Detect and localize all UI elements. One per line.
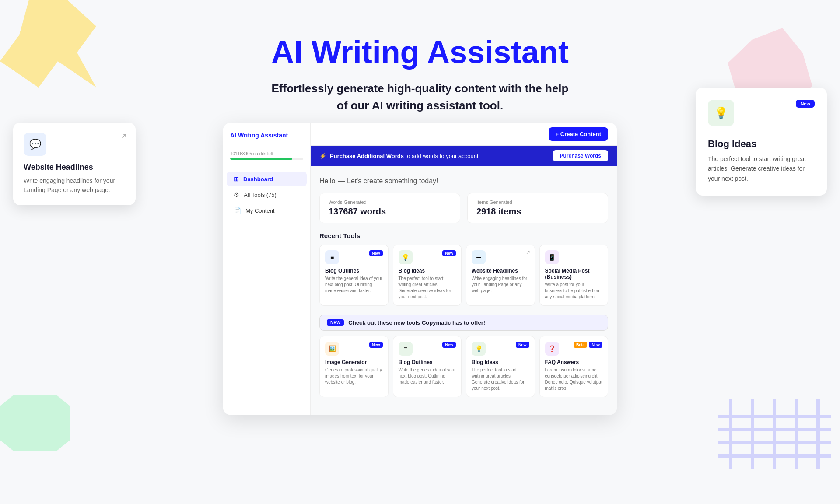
greeting-main: Hello	[319, 177, 335, 185]
stats-row: Words Generated 137687 words Items Gener…	[319, 193, 608, 223]
sidebar: AI Writing Assistant 101163905 credits l…	[223, 123, 311, 415]
stat-items-value: 2918 items	[476, 206, 599, 217]
sidebar-item-my-content[interactable]: 📄 My Content	[227, 203, 307, 218]
social-media-desc: Write a post for your business to be pub…	[545, 282, 603, 300]
stat-words-label: Words Generated	[329, 200, 451, 205]
blog-ideas-desc: The perfect tool to start writing great …	[399, 276, 456, 300]
tool-card-blog-ideas[interactable]: 💡 New Blog Ideas The perfect tool to sta…	[393, 245, 462, 306]
create-content-button[interactable]: + Create Content	[549, 127, 608, 141]
stat-words-value: 137687 words	[329, 206, 451, 217]
social-media-name: Social Media Post (Business)	[545, 268, 603, 280]
credits-label: 101163905 credits left	[230, 151, 303, 156]
logo-suffix: Assistant	[260, 132, 288, 139]
floating-card-right-desc: The perfect tool to start writing great …	[708, 154, 815, 183]
tool-card-blog-outlines-header: ≡ New	[325, 250, 383, 264]
new-tools-banner: NEW Check out these new tools Copymatic …	[319, 315, 608, 331]
dashboard-icon: ⊞	[234, 175, 239, 182]
new-tools-banner-text: Check out these new tools Copymatic has …	[348, 319, 485, 326]
purchase-text-bold: Purchase Additional Words	[330, 153, 404, 159]
stat-items: Items Generated 2918 items	[467, 193, 608, 223]
sidebar-item-dashboard[interactable]: ⊞ Dashboard	[227, 172, 307, 186]
tool-card-blog-outlines-new[interactable]: ≡ New Blog Outlines Write the general id…	[393, 336, 462, 397]
tool-card-image-generator[interactable]: 🖼️ New Image Generator Generate professi…	[319, 336, 388, 397]
tool-card-social-media-header: 📱	[545, 250, 603, 264]
social-media-tool-icon: 📱	[545, 250, 559, 264]
floating-card-left-desc: Write engaging headlines for your Landin…	[24, 176, 125, 195]
sidebar-header: AI Writing Assistant	[223, 132, 310, 146]
credits-section: 101163905 credits left	[223, 146, 310, 165]
tool-card-faq-header: ❓ Beta New	[545, 342, 603, 356]
blog-outlines-tool-icon: ≡	[325, 250, 339, 264]
floating-card-blog-ideas: 💡 New Blog Ideas The perfect tool to sta…	[696, 88, 827, 196]
sidebar-item-dashboard-label: Dashboard	[243, 176, 273, 182]
purchase-text-suffix: to add words to your account	[406, 153, 479, 159]
credits-bar-fill	[230, 158, 292, 160]
arrow-icon: ↗	[120, 131, 127, 141]
main-content: + Create Content ⚡ Purchase Additional W…	[311, 123, 617, 415]
blog-outlines-new-badge: New	[442, 342, 456, 348]
stat-words: Words Generated 137687 words	[319, 193, 460, 223]
image-gen-tool-icon: 🖼️	[325, 342, 339, 356]
blog-outlines-desc: Write the general idea of your next blog…	[325, 276, 383, 294]
blog-ideas-name: Blog Ideas	[399, 268, 456, 274]
sidebar-item-all-tools[interactable]: ⚙ All Tools (75)	[227, 187, 307, 202]
tool-card-faq-answers[interactable]: ❓ Beta New FAQ Answers Lorem ipsum dolor…	[539, 336, 609, 397]
floating-card-right-title: Blog Ideas	[708, 138, 815, 150]
blog-ideas-icon: 💡	[708, 100, 734, 126]
tools-icon: ⚙	[234, 191, 239, 198]
image-gen-badge: New	[369, 342, 383, 348]
purchase-words-button[interactable]: Purchase Words	[553, 150, 608, 161]
tool-card-blog-ideas-header: 💡 New	[399, 250, 456, 264]
blog-ideas-new-name: Blog Ideas	[472, 359, 529, 365]
blog-ideas-badge-sm: New	[442, 250, 456, 256]
blog-ideas-new-desc: The perfect tool to start writing great …	[472, 367, 529, 392]
blog-outlines-new-tool-icon: ≡	[399, 342, 413, 356]
faq-tool-icon: ❓	[545, 342, 559, 356]
app-screenshot: AI Writing Assistant 101163905 credits l…	[223, 123, 617, 415]
new-tools-grid: 🖼️ New Image Generator Generate professi…	[319, 336, 608, 397]
new-tools-banner-badge: NEW	[327, 319, 344, 326]
lightning-icon: ⚡	[319, 153, 326, 159]
purchase-banner: ⚡ Purchase Additional Words to add words…	[311, 146, 617, 166]
faq-new-badge: New	[589, 342, 602, 348]
logo-brand: AI Writing	[230, 132, 259, 139]
recent-tools-title: Recent Tools	[319, 232, 608, 239]
blog-ideas-new-tool-icon: 💡	[472, 342, 486, 356]
faq-beta-badge: Beta	[574, 342, 588, 348]
website-headlines-icon: 💬	[24, 133, 46, 156]
tool-card-website-headlines[interactable]: ☰ ↗ Website Headlines Write engaging hea…	[466, 245, 535, 306]
stat-items-label: Items Generated	[476, 200, 599, 205]
website-headlines-arrow: ↗	[526, 249, 530, 256]
page-subtitle: Effortlessly generate high-quality conte…	[267, 80, 573, 114]
floating-card-website-headlines: ↗ 💬 Website Headlines Write engaging hea…	[13, 122, 136, 205]
sidebar-item-tools-label: All Tools (75)	[244, 192, 276, 198]
blog-outlines-new-name: Blog Outlines	[399, 359, 456, 365]
credits-bar	[230, 158, 303, 160]
greeting: Hello — Let's create something today!	[319, 175, 608, 186]
blog-outlines-badge: New	[369, 250, 383, 256]
dashboard-content: Hello — Let's create something today! Wo…	[311, 166, 617, 415]
website-headlines-name: Website Headlines	[472, 268, 529, 274]
content-icon: 📄	[234, 207, 241, 214]
purchase-banner-text: ⚡ Purchase Additional Words to add words…	[319, 153, 479, 159]
greeting-sub: — Let's create something today!	[338, 177, 438, 185]
faq-name: FAQ Answers	[545, 359, 603, 365]
website-headlines-tool-icon: ☰	[472, 250, 486, 264]
blog-outlines-name: Blog Outlines	[325, 268, 383, 274]
blog-outlines-new-desc: Write the general idea of your next blog…	[399, 367, 456, 385]
sidebar-item-content-label: My Content	[245, 207, 274, 214]
website-headlines-desc: Write engaging headlines for your Landin…	[472, 276, 529, 294]
tool-card-blog-ideas-new-header: 💡 New	[472, 342, 529, 356]
blog-ideas-tool-icon: 💡	[399, 250, 413, 264]
tool-card-blog-ideas-new[interactable]: 💡 New Blog Ideas The perfect tool to sta…	[466, 336, 535, 397]
tool-card-blog-outlines[interactable]: ≡ New Blog Outlines Write the general id…	[319, 245, 388, 306]
blog-ideas-new-badge: New	[516, 342, 529, 348]
image-gen-name: Image Generator	[325, 359, 383, 365]
recent-tools-grid: ≡ New Blog Outlines Write the general id…	[319, 245, 608, 306]
image-gen-desc: Generate professional quality images fro…	[325, 367, 383, 385]
tool-card-social-media[interactable]: 📱 Social Media Post (Business) Write a p…	[539, 245, 609, 306]
sidebar-nav: ⊞ Dashboard ⚙ All Tools (75) 📄 My Conten…	[223, 165, 310, 224]
topbar: + Create Content	[311, 123, 617, 146]
floating-card-left-title: Website Headlines	[24, 163, 125, 172]
tool-card-website-headlines-header: ☰ ↗	[472, 250, 529, 264]
